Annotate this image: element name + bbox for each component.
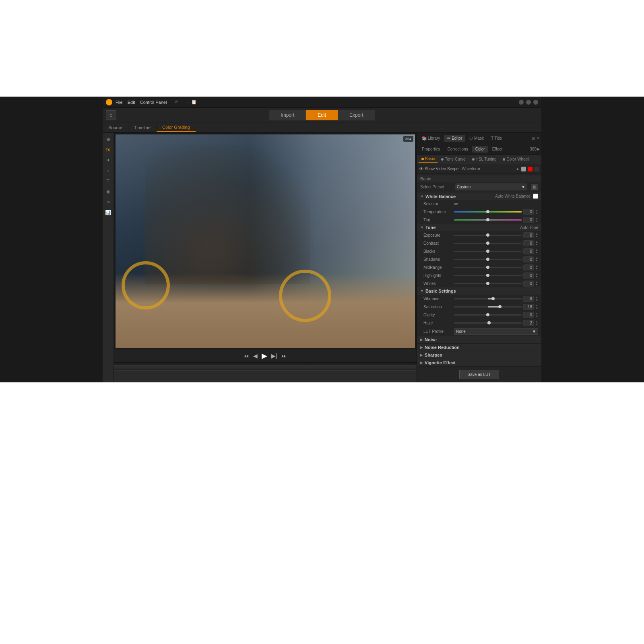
preset-select[interactable]: Custom ▼ — [455, 184, 527, 190]
white-balance-header[interactable]: ▼ White Balance Auto White Balance — [417, 192, 541, 200]
sub-nav-corrections[interactable]: Corrections — [444, 146, 471, 153]
haze-slider[interactable] — [454, 322, 522, 324]
temperature-thumb[interactable] — [486, 210, 489, 213]
haze-arrows[interactable]: ▲▼ — [535, 320, 538, 326]
midrange-arrows[interactable]: ▲▼ — [535, 264, 538, 270]
sidebar-icon-text[interactable]: T — [104, 177, 112, 185]
show-video-scope-button[interactable]: 👁 Show Video Scope — [419, 167, 458, 171]
tint-arrows[interactable]: ▲▼ — [535, 217, 538, 223]
whites-arrows[interactable]: ▲▼ — [535, 281, 538, 286]
clarity-value[interactable]: 0 — [523, 312, 534, 318]
close-button[interactable] — [533, 100, 538, 105]
shadows-arrows[interactable]: ▲▼ — [535, 256, 538, 262]
shadows-value[interactable]: 0 — [523, 256, 534, 262]
contrast-slider[interactable] — [454, 243, 522, 244]
panel-tab-mask[interactable]: ⬡ Mask — [466, 135, 487, 142]
saturation-value[interactable]: 18 — [523, 304, 534, 310]
vibrance-slider[interactable] — [454, 298, 522, 299]
tint-thumb[interactable] — [486, 218, 489, 221]
tab-timeline[interactable]: Timeline — [128, 124, 157, 132]
skip-back-button[interactable]: ⏮ — [244, 353, 249, 359]
menu-file[interactable]: File — [116, 100, 123, 105]
highlights-thumb[interactable] — [486, 274, 489, 277]
exposure-arrows[interactable]: ▲▼ — [535, 232, 538, 238]
contrast-thumb[interactable] — [486, 242, 489, 245]
sidebar-icon-fx[interactable]: fx — [104, 146, 112, 154]
tab-color-grading[interactable]: Color Grading — [157, 123, 196, 132]
panel-tab-title[interactable]: T Title — [488, 135, 505, 142]
contrast-value[interactable]: 0 — [523, 240, 534, 246]
color-dot-gray[interactable] — [521, 167, 526, 171]
noise-header[interactable]: ▶ Noise — [417, 336, 541, 344]
sidebar-icon-star[interactable]: ✦ — [104, 156, 112, 164]
blacks-thumb[interactable] — [486, 250, 489, 253]
midrange-thumb[interactable] — [486, 266, 489, 269]
midrange-value[interactable]: 0 — [523, 264, 534, 270]
preset-save-icon[interactable]: ⊞ — [531, 184, 538, 190]
haze-value[interactable]: 2 — [523, 320, 534, 326]
lut-select[interactable]: None ▼ — [454, 328, 538, 335]
midrange-slider[interactable] — [454, 267, 522, 268]
auto-white-balance-checkbox[interactable] — [533, 194, 538, 199]
import-button[interactable]: Import — [269, 110, 306, 120]
maximize-button[interactable] — [526, 100, 531, 105]
step-forward-button[interactable]: ▶| — [271, 353, 277, 359]
highlights-slider[interactable] — [454, 275, 522, 276]
tint-value[interactable]: 0 — [523, 217, 534, 223]
blacks-value[interactable]: 0 — [523, 248, 534, 254]
tab-source[interactable]: Source — [103, 124, 128, 132]
skip-forward-button[interactable]: ⏭ — [281, 353, 287, 359]
contrast-arrows[interactable]: ▲▼ — [535, 240, 538, 246]
haze-thumb[interactable] — [487, 321, 491, 324]
vibrance-arrows[interactable]: ▲▼ — [535, 296, 538, 301]
color-dot-dark[interactable] — [534, 167, 539, 171]
export-button[interactable]: Export — [338, 110, 375, 120]
color-dot-red[interactable] — [528, 167, 533, 171]
whites-value[interactable]: 0 — [523, 281, 534, 287]
clarity-thumb[interactable] — [486, 313, 489, 316]
sidebar-icon-home[interactable]: ⊕ — [104, 135, 112, 143]
sidebar-icon-chart[interactable]: 📊 — [104, 208, 112, 217]
saturation-thumb[interactable] — [498, 305, 502, 308]
vibrance-thumb[interactable] — [491, 297, 495, 300]
play-button[interactable]: ▶ — [262, 351, 267, 360]
shadows-slider[interactable] — [454, 259, 522, 260]
sidebar-icon-shape[interactable]: ◈ — [104, 188, 112, 196]
sharpen-header[interactable]: ▶ Sharpen — [417, 351, 541, 359]
panel-tab-editor[interactable]: ✏ Editor — [444, 135, 465, 142]
blacks-arrows[interactable]: ▲▼ — [535, 248, 538, 254]
panel-grid-icon[interactable]: ⊞ — [532, 136, 535, 140]
tone-header[interactable]: ▼ Tone Auto Tone — [417, 224, 541, 231]
sub-tab-color-wheel[interactable]: Color Wheel — [500, 156, 531, 162]
panel-close-icon[interactable]: ✕ — [537, 136, 540, 140]
highlights-value[interactable]: 0 — [523, 272, 534, 279]
panel-tab-library[interactable]: 📚 Library — [419, 135, 443, 142]
menu-control-panel[interactable]: Control Panel — [140, 100, 167, 105]
home-button[interactable]: ⌂ — [106, 110, 116, 120]
menu-edit[interactable]: Edit — [128, 100, 135, 105]
temperature-arrows[interactable]: ▲▼ — [535, 209, 538, 215]
sub-nav-properties[interactable]: Properties — [419, 146, 444, 153]
exposure-thumb[interactable] — [486, 233, 489, 237]
whites-thumb[interactable] — [486, 282, 489, 285]
clarity-slider[interactable] — [454, 314, 522, 316]
edit-button[interactable]: Edit — [306, 110, 338, 120]
shadows-thumb[interactable] — [486, 258, 489, 261]
temperature-value[interactable]: 0 — [523, 209, 534, 215]
chevron-up-icon[interactable]: ▲ — [516, 167, 520, 171]
saturation-arrows[interactable]: ▲▼ — [535, 304, 538, 310]
basic-settings-header[interactable]: ▼ Basic Settings — [417, 287, 541, 295]
vignette-header[interactable]: ▶ Vignette Effect — [417, 359, 541, 367]
minimize-button[interactable] — [519, 100, 524, 105]
tint-slider[interactable] — [454, 219, 522, 221]
sub-nav-color[interactable]: Color — [472, 146, 488, 153]
sub-nav-effect[interactable]: Effect — [489, 146, 506, 153]
whites-slider[interactable] — [454, 283, 522, 284]
sub-tab-hsl-tuning[interactable]: HSL Tuning — [469, 156, 500, 162]
saturation-slider[interactable] — [454, 306, 522, 308]
selector-eyedrop-icon[interactable]: ✏ — [454, 201, 458, 207]
step-back-button[interactable]: ◀ — [253, 353, 258, 359]
temperature-slider[interactable] — [454, 211, 522, 213]
blacks-slider[interactable] — [454, 251, 522, 252]
highlights-arrows[interactable]: ▲▼ — [535, 272, 538, 278]
